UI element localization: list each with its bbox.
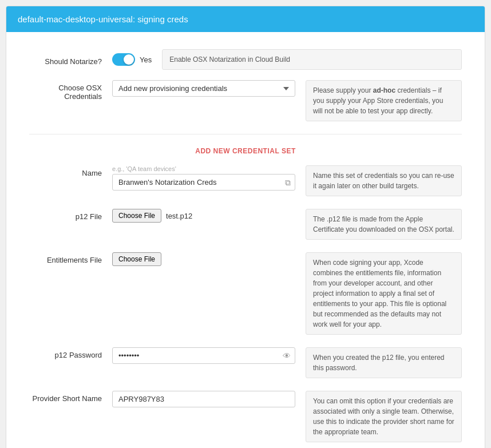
provider-input-col (112, 391, 295, 407)
name-input-col: e.g., 'QA team devices' ⧉ (112, 165, 295, 191)
entitlements-label: Entitlements File (29, 252, 112, 264)
p12-password-wrapper: 👁 (112, 347, 295, 364)
add-new-label: ADD NEW CREDENTIAL SET (29, 147, 462, 155)
notarize-help: Enable OSX Notarization in Cloud Build (162, 49, 462, 70)
should-notarize-label: Should Notarize? (29, 54, 112, 66)
notarize-toggle-value: Yes (140, 55, 152, 64)
p12-choose-file-button[interactable]: Choose File (112, 209, 161, 223)
entitlements-help: When code signing your app, Xcode combin… (306, 252, 462, 335)
choose-osx-help: Please supply your ad-hoc credentials – … (306, 80, 462, 121)
choose-osx-select[interactable]: Add new provisioning credentials (112, 80, 295, 97)
choose-osx-input-col: Add new provisioning credentials (112, 80, 295, 97)
p12-password-row: p12 Password 👁 When you created the p12 … (29, 347, 462, 378)
toggle-container: Yes (112, 53, 152, 66)
divider (29, 134, 462, 134)
name-label: Name (29, 165, 112, 177)
provider-row: Provider Short Name You can omit this op… (29, 391, 462, 442)
p12-password-label: p12 Password (29, 347, 112, 359)
p12-file-label: p12 File (29, 209, 112, 221)
choose-osx-row: Choose OSX Credentials Add new provision… (29, 80, 462, 121)
p12-file-row: p12 File Choose File test.p12 The .p12 f… (29, 209, 462, 240)
choose-osx-label: Choose OSX Credentials (29, 80, 112, 101)
p12-password-input[interactable] (112, 347, 295, 364)
p12-help: The .p12 file is made from the Apple Cer… (306, 209, 462, 240)
name-input-wrapper: ⧉ (112, 174, 295, 191)
should-notarize-row: Should Notarize? Yes Enable OSX Notariza… (29, 49, 462, 70)
form-content: Should Notarize? Yes Enable OSX Notariza… (6, 32, 485, 448)
name-input[interactable] (112, 174, 295, 191)
entitlements-choose-file-button[interactable]: Choose File (112, 252, 161, 266)
title-bar: default-mac-desktop-universal: signing c… (6, 6, 485, 32)
provider-help: You can omit this option if your credent… (306, 391, 462, 442)
entitlements-input-col: Choose File (112, 252, 295, 266)
notarize-toggle[interactable] (112, 53, 135, 66)
name-row: Name e.g., 'QA team devices' ⧉ Name this… (29, 165, 462, 196)
p12-password-help: When you created the p12 file, you enter… (306, 347, 462, 378)
p12-file-name: test.p12 (166, 212, 192, 220)
choose-osx-help-bold: ad-hoc (373, 86, 395, 94)
provider-label: Provider Short Name (29, 391, 112, 403)
p12-password-input-col: 👁 (112, 347, 295, 364)
page-title: default-mac-desktop-universal: signing c… (18, 14, 188, 24)
name-hint: e.g., 'QA team devices' (112, 165, 295, 172)
choose-osx-help-prefix: Please supply your (313, 86, 373, 94)
entitlements-file-row-inner: Choose File (112, 252, 295, 266)
copy-icon[interactable]: ⧉ (285, 177, 291, 187)
provider-input[interactable] (112, 391, 295, 407)
eye-icon[interactable]: 👁 (283, 351, 291, 360)
p12-file-input-col: Choose File test.p12 (112, 209, 295, 223)
p12-file-row-inner: Choose File test.p12 (112, 209, 295, 223)
name-help: Name this set of credentials so you can … (306, 165, 462, 196)
entitlements-file-row: Entitlements File Choose File When code … (29, 252, 462, 335)
